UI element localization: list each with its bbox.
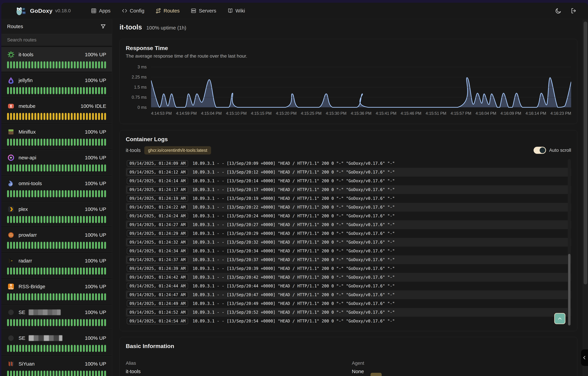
log-timestamp: 09/14/2025, 01:24:42 AM xyxy=(127,274,188,281)
route-item-metube[interactable]: metube100% IDLE xyxy=(1,99,112,123)
chart-x-axis: 4:14:53 PM4:14:59 PM4:15:04 PM4:15:10 PM… xyxy=(151,111,571,116)
route-name: plex xyxy=(19,206,28,212)
log-timestamp: 09/14/2025, 01:24:29 AM xyxy=(127,230,188,237)
log-row: 09/14/2025, 01:24:12 AM10.89.3.1 - - [13… xyxy=(126,168,571,177)
route-item-redacted-11[interactable]: SE100% UP xyxy=(1,331,112,355)
x-tick-label: 4:15:36 PM xyxy=(351,111,372,116)
it-tools-icon xyxy=(7,51,15,58)
route-item-plex[interactable]: plex100% UP xyxy=(1,202,112,226)
y-tick-label: 1.5 ms xyxy=(134,85,147,90)
info-field-agent: AgentNone xyxy=(352,361,571,374)
route-item-radarr[interactable]: radarr100% UP xyxy=(1,253,112,278)
nav-item-apps[interactable]: Apps xyxy=(91,8,110,14)
filter-icon[interactable] xyxy=(100,23,106,30)
log-message: 10.89.3.1 - - [13/Sep/20:44 +0000] "HEAD… xyxy=(192,284,395,288)
logout-icon[interactable] xyxy=(570,7,577,14)
chart-plot-area xyxy=(151,66,571,108)
route-status: 100% UP xyxy=(85,309,106,315)
log-timestamp: 09/14/2025, 01:24:52 AM xyxy=(127,309,188,315)
routes-sidebar: Routes it-tools100% UP jellyfin100% UP m… xyxy=(1,19,112,376)
route-status: 100% UP xyxy=(85,284,106,289)
info-field-alias: Aliasit-tools xyxy=(126,361,345,374)
info-grid: Aliasit-toolsAgentNoneHost xyxy=(126,361,571,376)
nav-item-wiki[interactable]: Wiki xyxy=(227,8,245,14)
uptime-bars xyxy=(7,319,106,326)
route-item-omni-tools[interactable]: omni-tools100% UP xyxy=(1,176,112,200)
route-item-miniflux[interactable]: Miniflux100% UP xyxy=(1,124,112,149)
route-name: jellyfin xyxy=(19,77,32,83)
route-name: Miniflux xyxy=(19,129,36,135)
godoxy-logo-icon xyxy=(15,6,27,16)
route-name: SE xyxy=(19,335,25,341)
route-name: RSS-Bridge xyxy=(19,284,45,289)
log-row: 09/14/2025, 01:24:44 AM10.89.3.1 - - [13… xyxy=(126,282,571,290)
x-tick-label: 4:15:30 PM xyxy=(326,111,347,116)
moon-icon[interactable] xyxy=(555,7,562,14)
auto-scroll-toggle[interactable] xyxy=(534,147,546,154)
nav-item-label: Servers xyxy=(199,8,216,14)
page-scrollbar[interactable] xyxy=(583,20,588,376)
x-tick-label: 4:15:46 PM xyxy=(401,111,421,116)
response-time-card: Response Time The average response time … xyxy=(119,39,577,124)
route-item-rss-bridge[interactable]: rss BridgeRSS-Bridge100% UP xyxy=(1,279,112,303)
log-row: 09/14/2025, 01:24:17 AM10.89.3.1 - - [13… xyxy=(126,185,571,194)
uptime-bars xyxy=(7,139,106,146)
log-timestamp: 09/14/2025, 01:24:54 AM xyxy=(127,318,188,324)
x-tick-label: 4:16:14 PM xyxy=(525,111,546,116)
log-row: 09/14/2025, 01:24:54 AM10.89.3.1 - - [13… xyxy=(126,317,571,325)
nav-item-servers[interactable]: Servers xyxy=(191,8,216,14)
jellyfin-icon xyxy=(7,76,15,84)
log-message: 10.89.3.1 - - [13/Sep/20:14 +0000] "HEAD… xyxy=(192,178,395,183)
rss-bridge-icon: rss Bridge xyxy=(7,283,15,290)
grid-icon xyxy=(91,8,96,14)
log-message: 10.89.3.1 - - [13/Sep/20:34 +0000] "HEAD… xyxy=(192,249,395,253)
redacted-route-name xyxy=(29,335,62,341)
main-nav: AppsConfigRoutesServersWiki xyxy=(91,8,555,14)
logs-scrollbar-thumb[interactable] xyxy=(568,254,570,325)
route-item-new-api[interactable]: new-api100% UP xyxy=(1,150,112,175)
uptime-bars xyxy=(7,190,106,197)
uptime-bars xyxy=(7,87,106,94)
logs-viewport[interactable]: 09/14/2025, 01:24:09 AM10.89.3.1 - - [13… xyxy=(126,159,571,325)
nav-item-label: Config xyxy=(130,8,144,14)
log-message: 10.89.3.1 - - [13/Sep/20:27 +0000] "HEAD… xyxy=(192,222,395,227)
route-item-siyuan[interactable]: SiYuan100% UP xyxy=(1,356,112,376)
log-timestamp: 09/14/2025, 01:24:34 AM xyxy=(127,248,188,254)
log-row: 09/14/2025, 01:24:52 AM10.89.3.1 - - [13… xyxy=(126,308,571,317)
log-row: 09/14/2025, 01:24:24 AM10.89.3.1 - - [13… xyxy=(126,212,571,220)
search-input[interactable] xyxy=(1,34,112,46)
chevron-left-icon xyxy=(582,355,587,360)
route-status: 100% UP xyxy=(85,129,106,135)
routes-list: it-tools100% UP jellyfin100% UP metube10… xyxy=(1,46,112,376)
log-timestamp: 09/14/2025, 01:24:32 AM xyxy=(127,239,188,245)
log-timestamp: 09/14/2025, 01:24:24 AM xyxy=(127,213,188,219)
log-message: 10.89.3.1 - - [13/Sep/20:32 +0000] "HEAD… xyxy=(192,240,395,245)
route-status: 100% UP xyxy=(85,206,106,212)
x-tick-label: 4:16:09 PM xyxy=(501,111,521,116)
logs-card-title: Container Logs xyxy=(126,136,571,143)
route-item-prowlarr[interactable]: prowlarr100% UP xyxy=(1,227,112,252)
page-title: it-tools xyxy=(119,23,142,31)
page-scrollbar-thumb[interactable] xyxy=(584,21,587,284)
x-tick-label: 4:15:57 PM xyxy=(451,111,471,116)
log-message: 10.89.3.1 - - [13/Sep/20:22 +0000] "HEAD… xyxy=(192,205,395,209)
route-name: SiYuan xyxy=(19,361,34,367)
drawer-toggle[interactable] xyxy=(581,349,588,366)
nav-item-routes[interactable]: Routes xyxy=(155,8,180,14)
route-item-jellyfin[interactable]: jellyfin100% UP xyxy=(1,73,112,97)
route-item-redacted-10[interactable]: SE100% UP xyxy=(1,305,112,329)
scroll-to-top-button[interactable] xyxy=(554,313,566,324)
nav-item-label: Routes xyxy=(163,8,180,14)
info-label: Agent xyxy=(352,361,571,366)
log-row: 09/14/2025, 01:24:34 AM10.89.3.1 - - [13… xyxy=(126,247,571,255)
chevron-up-icon xyxy=(557,316,563,321)
route-item-it-tools[interactable]: it-tools100% UP xyxy=(1,47,112,72)
log-message: 10.89.3.1 - - [13/Sep/20:12 +0000] "HEAD… xyxy=(192,170,395,175)
uptime-text: 100% uptime (1h) xyxy=(146,25,186,31)
logs-scrollbar[interactable] xyxy=(568,159,571,325)
x-tick-label: 4:15:51 PM xyxy=(426,111,446,116)
log-row: 09/14/2025, 01:24:42 AM10.89.3.1 - - [13… xyxy=(126,273,571,282)
log-timestamp: 09/14/2025, 01:24:14 AM xyxy=(127,178,188,184)
log-timestamp: 09/14/2025, 01:24:09 AM xyxy=(127,160,188,167)
nav-item-config[interactable]: Config xyxy=(122,8,144,14)
